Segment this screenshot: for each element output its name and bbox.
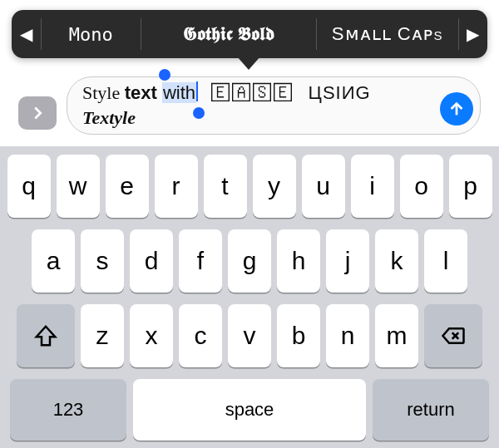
arrow-up-icon xyxy=(447,100,466,118)
text-bold: text xyxy=(125,82,157,103)
picker-next-button[interactable]: ▶ xyxy=(458,10,487,58)
selection-handle-end[interactable] xyxy=(193,107,205,119)
keyboard-row-2: a s d f g h j k l xyxy=(5,229,494,293)
style-picker: ◀ Mono 𝕲𝖔𝖙𝖍𝖎𝖈 𝕭𝖔𝖑𝖉 Sᴍᴀʟʟ Cᴀᴘs ▶ xyxy=(12,10,487,58)
picker-prev-button[interactable]: ◀ xyxy=(12,10,41,58)
key-return[interactable]: return xyxy=(373,379,489,441)
message-content: Style text with 🄴🄰🅂🄴 ЦSIИG Textyle xyxy=(82,81,371,130)
key-w[interactable]: w xyxy=(57,155,100,218)
compose-row: Style text with 🄴🄰🅂🄴 ЦSIИG Textyle xyxy=(18,76,481,135)
key-p[interactable]: p xyxy=(449,155,492,218)
keyboard-row-1: q w e r t y u i o p xyxy=(5,155,494,218)
key-q[interactable]: q xyxy=(7,155,51,218)
key-j[interactable]: j xyxy=(326,229,369,293)
text-brand: Textyle xyxy=(82,107,136,128)
key-o[interactable]: o xyxy=(400,155,443,218)
key-s[interactable]: s xyxy=(81,229,124,293)
key-shift[interactable] xyxy=(17,304,75,367)
key-d[interactable]: d xyxy=(130,229,173,293)
key-b[interactable]: b xyxy=(277,304,320,367)
text-selected: with xyxy=(162,82,196,103)
key-l[interactable]: l xyxy=(424,229,467,293)
key-m[interactable]: m xyxy=(375,304,418,367)
key-i[interactable]: i xyxy=(351,155,394,218)
keyboard-row-4: 123 space return xyxy=(5,379,494,441)
key-r[interactable]: r xyxy=(155,155,198,218)
message-input[interactable]: Style text with 🄴🄰🅂🄴 ЦSIИG Textyle xyxy=(67,76,481,135)
key-f[interactable]: f xyxy=(179,229,222,293)
key-z[interactable]: z xyxy=(81,304,124,367)
style-option-gothic-bold[interactable]: 𝕲𝖔𝖙𝖍𝖎𝖈 𝕭𝖔𝖑𝖉 xyxy=(141,10,316,58)
text-boxed: 🄴🄰🅂🄴 xyxy=(198,82,309,103)
key-n[interactable]: n xyxy=(326,304,369,367)
keyboard: q w e r t y u i o p a s d f g h j k l z … xyxy=(0,146,499,448)
picker-tail xyxy=(237,57,260,70)
key-v[interactable]: v xyxy=(228,304,271,367)
key-t[interactable]: t xyxy=(204,155,247,218)
key-y[interactable]: y xyxy=(253,155,296,218)
style-option-mono[interactable]: Mono xyxy=(41,10,141,58)
key-a[interactable]: a xyxy=(32,229,75,293)
key-numbers[interactable]: 123 xyxy=(10,379,126,441)
more-button[interactable] xyxy=(18,96,57,130)
text-faux-cyrillic: ЦSIИG xyxy=(309,82,371,103)
text-caret xyxy=(196,81,198,101)
key-backspace[interactable] xyxy=(424,304,482,367)
key-g[interactable]: g xyxy=(228,229,271,293)
selection-handle-start[interactable] xyxy=(159,69,170,81)
key-u[interactable]: u xyxy=(302,155,345,218)
chevron-right-icon xyxy=(28,104,47,122)
backspace-icon xyxy=(441,323,466,348)
style-option-small-caps[interactable]: Sᴍᴀʟʟ Cᴀᴘs xyxy=(317,10,458,58)
text-plain: Style xyxy=(82,82,125,103)
key-h[interactable]: h xyxy=(277,229,320,293)
key-k[interactable]: k xyxy=(375,229,418,293)
shift-icon xyxy=(33,323,58,348)
keyboard-row-3: z x c v b n m xyxy=(5,304,494,367)
key-c[interactable]: c xyxy=(179,304,222,367)
key-space[interactable]: space xyxy=(133,379,366,441)
send-button[interactable] xyxy=(440,92,473,126)
key-x[interactable]: x xyxy=(130,304,173,367)
key-e[interactable]: e xyxy=(106,155,149,218)
